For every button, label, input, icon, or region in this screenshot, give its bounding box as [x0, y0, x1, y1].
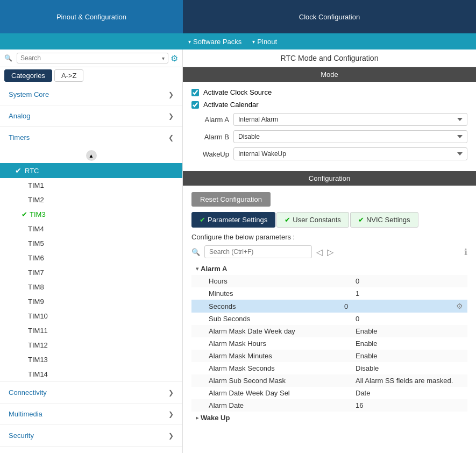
tim13-label: TIM13 — [28, 356, 48, 364]
sidebar-search-box[interactable]: ▾ — [17, 53, 168, 63]
sidebar-item-tim12[interactable]: TIM12 — [0, 338, 182, 352]
nav-forward-icon[interactable]: ▷ — [327, 247, 333, 257]
system-core-expand-icon: ❯ — [168, 91, 174, 98]
wakeup-label: WakeUp — [191, 150, 229, 158]
pinout-header: Pinout & Configuration — [0, 0, 183, 33]
config-header-label: Configuration — [309, 174, 350, 182]
clock-header-title: Clock Configuration — [299, 13, 360, 21]
sidebar-item-tim5[interactable]: TIM5 — [0, 236, 182, 251]
sub-header: ▾ Software Packs ▾ Pinout — [0, 33, 476, 49]
sidebar-toolbar: 🔍 ▾ ⚙ — [0, 49, 182, 67]
tab-az[interactable]: A->Z — [54, 69, 84, 82]
param-row-alarm-date-week-day[interactable]: Alarm Date Week Day Sel Date — [191, 387, 467, 399]
param-row-seconds[interactable]: Seconds 0 ⚙ — [191, 300, 467, 313]
tab-nvic-settings[interactable]: ✔ NVIC Settings — [350, 212, 418, 228]
tab-az-label: A->Z — [61, 72, 77, 80]
sidebar-item-tim9[interactable]: TIM9 — [0, 294, 182, 309]
search-dropdown-arrow[interactable]: ▾ — [162, 55, 165, 61]
param-row-hours[interactable]: Hours 0 — [191, 275, 467, 287]
param-row-minutes[interactable]: Minutes 1 — [191, 287, 467, 300]
param-name-minutes: Minutes — [196, 289, 356, 298]
security-header[interactable]: Security ❯ — [0, 425, 182, 446]
param-settings-label: Parameter Settings — [208, 216, 267, 224]
rtc-label: RTC — [25, 167, 39, 175]
user-constants-check-icon: ✔ — [285, 216, 290, 224]
tim3-label: TIM3 — [30, 210, 46, 218]
user-constants-label: User Constants — [293, 216, 341, 224]
sidebar-item-tim13[interactable]: TIM13 — [0, 352, 182, 367]
alarm-a-label: Alarm A — [191, 116, 229, 124]
sidebar: 🔍 ▾ ⚙ Categories A->Z System Core ❯ — [0, 49, 183, 453]
tab-categories[interactable]: Categories — [4, 69, 52, 82]
system-core-label: System Core — [9, 90, 49, 98]
rtc-check-icon: ✔ — [15, 166, 22, 175]
search-icon: 🔍 — [4, 54, 12, 62]
info-icon[interactable]: ℹ — [464, 247, 467, 257]
collapse-btn[interactable]: ▲ — [86, 150, 97, 161]
param-row-alarm-mask-seconds[interactable]: Alarm Mask Seconds Disable — [191, 362, 467, 374]
connectivity-header[interactable]: Connectivity ❯ — [0, 382, 182, 403]
sidebar-item-tim10[interactable]: TIM10 — [0, 309, 182, 323]
sidebar-item-tim11[interactable]: TIM11 — [0, 323, 182, 338]
activate-clock-label: Activate Clock Source — [203, 88, 272, 96]
tim1-label: TIM1 — [28, 181, 44, 189]
activate-clock-checkbox[interactable] — [191, 89, 199, 96]
content-area: RTC Mode and Configuration Mode Activate… — [183, 49, 476, 453]
sidebar-item-tim3[interactable]: ✔ TIM3 — [0, 207, 182, 222]
param-row-sub-seconds[interactable]: Sub Seconds 0 — [191, 313, 467, 325]
alarm-a-select[interactable]: Internal Alarm Disable — [233, 113, 467, 126]
alarm-b-row: Alarm B Disable Internal Alarm — [191, 130, 467, 143]
param-value-alarm-date-week-day: Date — [356, 389, 463, 397]
param-row-alarm-mask-date[interactable]: Alarm Mask Date Week day Enable — [191, 325, 467, 337]
param-name-alarm-date: Alarm Date — [196, 401, 356, 409]
wakeup-group-header[interactable]: ▸ Wake Up — [191, 412, 467, 424]
reset-config-button[interactable]: Reset Configuration — [191, 192, 271, 207]
security-expand-icon: ❯ — [168, 432, 174, 440]
software-packs-label: Software Packs — [193, 38, 241, 46]
multimedia-header[interactable]: Multimedia ❯ — [0, 404, 182, 424]
section-system-core: System Core ❯ — [0, 84, 182, 105]
tab-user-constants[interactable]: ✔ User Constants — [276, 212, 349, 228]
sidebar-gear-icon[interactable]: ⚙ — [170, 53, 178, 63]
alarm-a-group-header[interactable]: ▾ Alarm A — [191, 263, 467, 275]
alarm-b-label: Alarm B — [191, 133, 229, 141]
sidebar-item-rtc[interactable]: ✔ RTC — [0, 163, 182, 178]
param-name-alarm-date-week-day: Alarm Date Week Day Sel — [196, 389, 356, 397]
tim6-label: TIM6 — [28, 254, 44, 262]
analog-header[interactable]: Analog ❯ — [0, 105, 182, 126]
chevron-down-icon-2: ▾ — [252, 39, 255, 45]
system-core-header[interactable]: System Core ❯ — [0, 84, 182, 105]
timers-header[interactable]: Timers ❮ — [0, 127, 182, 148]
pinout-nav[interactable]: ▾ Pinout — [252, 38, 277, 46]
sidebar-item-tim8[interactable]: TIM8 — [0, 280, 182, 294]
param-row-alarm-mask-hours[interactable]: Alarm Mask Hours Enable — [191, 337, 467, 350]
param-row-alarm-mask-minutes[interactable]: Alarm Mask Minutes Enable — [191, 350, 467, 362]
sidebar-item-tim14[interactable]: TIM14 — [0, 367, 182, 381]
collapse-handle[interactable]: ▲ — [0, 148, 182, 163]
section-connectivity: Connectivity ❯ — [0, 382, 182, 404]
tim5-label: TIM5 — [28, 239, 44, 247]
param-search-input[interactable] — [204, 245, 312, 258]
sidebar-item-tim1[interactable]: TIM1 — [0, 178, 182, 193]
sidebar-search-input[interactable] — [20, 54, 162, 62]
software-packs-nav[interactable]: ▾ Software Packs — [188, 38, 241, 46]
wakeup-select[interactable]: Internal WakeUp Disable — [233, 147, 467, 160]
alarm-b-select[interactable]: Disable Internal Alarm — [233, 130, 467, 143]
config-hint: Configure the below parameters : — [191, 233, 467, 241]
sub-header-right: ▾ Software Packs ▾ Pinout — [183, 33, 476, 49]
param-name-alarm-mask-hours: Alarm Mask Hours — [196, 339, 356, 348]
param-row-alarm-date[interactable]: Alarm Date 16 — [191, 399, 467, 412]
sidebar-item-tim6[interactable]: TIM6 — [0, 251, 182, 265]
tab-parameter-settings[interactable]: ✔ Parameter Settings — [191, 212, 275, 228]
sidebar-item-tim7[interactable]: TIM7 — [0, 265, 182, 280]
param-settings-check-icon: ✔ — [200, 216, 205, 224]
activate-calendar-checkbox[interactable] — [191, 101, 199, 109]
sidebar-item-tim4[interactable]: TIM4 — [0, 222, 182, 236]
main-layout: 🔍 ▾ ⚙ Categories A->Z System Core ❯ — [0, 49, 476, 453]
nav-back-icon[interactable]: ◁ — [316, 247, 323, 257]
analog-expand-icon: ❯ — [168, 112, 174, 120]
sidebar-item-tim2[interactable]: TIM2 — [0, 193, 182, 207]
param-gear-icon[interactable]: ⚙ — [456, 302, 463, 310]
param-row-alarm-sub-second-mask[interactable]: Alarm Sub Second Mask All Alarm SS field… — [191, 374, 467, 387]
security-label: Security — [9, 431, 34, 440]
